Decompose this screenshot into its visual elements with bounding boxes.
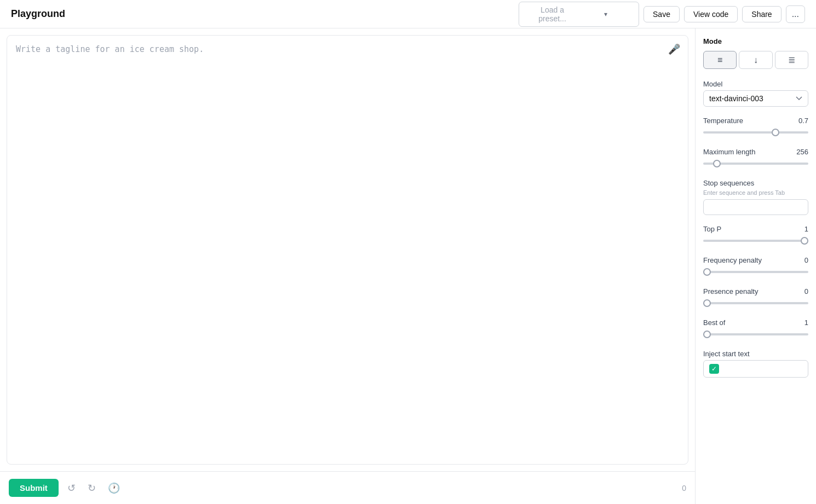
mic-icon[interactable]: 🎤 — [668, 43, 680, 55]
edit-icon: ≣ — [788, 55, 795, 65]
page-title: Playground — [11, 8, 519, 20]
undo-button[interactable]: ↺ — [64, 480, 79, 496]
char-count: 0 — [682, 484, 686, 493]
chevron-down-icon: ▾ — [579, 10, 632, 18]
header-actions: Load a preset... ▾ Save View code Share … — [519, 2, 805, 27]
sidebar: Mode ≡ ↓ ≣ Model text-davinci-003 text-c… — [696, 28, 816, 504]
best-of-value: 1 — [804, 318, 808, 327]
preset-placeholder: Load a preset... — [526, 5, 579, 23]
max-length-value: 256 — [796, 148, 808, 156]
mode-label: Mode — [703, 37, 808, 45]
temperature-label: Temperature 0.7 — [703, 117, 808, 125]
complete-icon: ≡ — [717, 55, 722, 65]
stop-sequences-label: Stop sequences — [703, 179, 808, 187]
frequency-penalty-slider[interactable] — [703, 271, 808, 273]
mode-insert-button[interactable]: ↓ — [739, 51, 772, 69]
temperature-value: 0.7 — [798, 117, 808, 125]
inject-checkbox-container: ✓ — [703, 360, 808, 378]
mode-complete-button[interactable]: ≡ — [703, 51, 737, 69]
max-length-slider[interactable] — [703, 163, 808, 165]
redo-button[interactable]: ↻ — [84, 480, 99, 496]
temperature-section: Temperature 0.7 — [703, 117, 808, 138]
best-of-section: Best of 1 — [703, 318, 808, 340]
presence-penalty-value: 0 — [804, 287, 808, 296]
top-p-value: 1 — [804, 225, 808, 233]
preset-dropdown[interactable]: Load a preset... ▾ — [519, 2, 639, 27]
temperature-slider-wrapper — [703, 127, 808, 138]
max-length-label: Maximum length 256 — [703, 148, 808, 156]
best-of-slider-wrapper — [703, 329, 808, 340]
header: Playground Load a preset... ▾ Save View … — [0, 0, 816, 28]
frequency-penalty-section: Frequency penalty 0 — [703, 256, 808, 277]
top-p-label: Top P 1 — [703, 225, 808, 233]
best-of-label: Best of 1 — [703, 318, 808, 327]
stop-sequences-hint: Enter sequence and press Tab — [703, 189, 808, 196]
history-button[interactable]: 🕐 — [105, 480, 123, 496]
insert-icon: ↓ — [754, 55, 758, 65]
frequency-penalty-value: 0 — [804, 256, 808, 264]
frequency-penalty-slider-wrapper — [703, 267, 808, 277]
prompt-container: 🎤 — [7, 35, 688, 465]
top-p-section: Top P 1 — [703, 225, 808, 246]
inject-label: Inject start text — [703, 350, 808, 358]
editor-area: 🎤 Submit ↺ ↻ 🕐 0 — [0, 28, 696, 504]
model-label: Model — [703, 80, 808, 88]
bottom-bar: Submit ↺ ↻ 🕐 0 — [0, 471, 695, 504]
view-code-button[interactable]: View code — [684, 6, 738, 22]
max-length-section: Maximum length 256 — [703, 148, 808, 169]
save-button[interactable]: Save — [643, 6, 680, 22]
max-length-slider-wrapper — [703, 158, 808, 169]
mode-section: Mode ≡ ↓ ≣ — [703, 37, 808, 69]
frequency-penalty-label: Frequency penalty 0 — [703, 256, 808, 264]
submit-button[interactable]: Submit — [9, 479, 59, 497]
presence-penalty-slider-wrapper — [703, 298, 808, 309]
best-of-slider[interactable] — [703, 333, 808, 335]
more-button[interactable]: ... — [786, 5, 805, 23]
model-section: Model text-davinci-003 text-curie-001 te… — [703, 80, 808, 107]
prompt-textarea[interactable] — [16, 44, 679, 455]
mode-edit-button[interactable]: ≣ — [775, 51, 808, 69]
model-select[interactable]: text-davinci-003 text-curie-001 text-bab… — [703, 90, 808, 107]
temperature-slider[interactable] — [703, 131, 808, 134]
presence-penalty-label: Presence penalty 0 — [703, 287, 808, 296]
inject-section: Inject start text ✓ — [703, 350, 808, 378]
top-p-slider-wrapper — [703, 235, 808, 246]
stop-sequences-input[interactable] — [703, 199, 808, 215]
presence-penalty-slider[interactable] — [703, 302, 808, 304]
inject-checkbox[interactable]: ✓ — [709, 364, 719, 374]
share-button[interactable]: Share — [742, 6, 781, 22]
main-layout: 🎤 Submit ↺ ↻ 🕐 0 Mode ≡ ↓ ≣ — [0, 28, 816, 504]
stop-sequences-section: Stop sequences Enter sequence and press … — [703, 179, 808, 215]
presence-penalty-section: Presence penalty 0 — [703, 287, 808, 309]
mode-buttons: ≡ ↓ ≣ — [703, 51, 808, 69]
top-p-slider[interactable] — [703, 240, 808, 242]
